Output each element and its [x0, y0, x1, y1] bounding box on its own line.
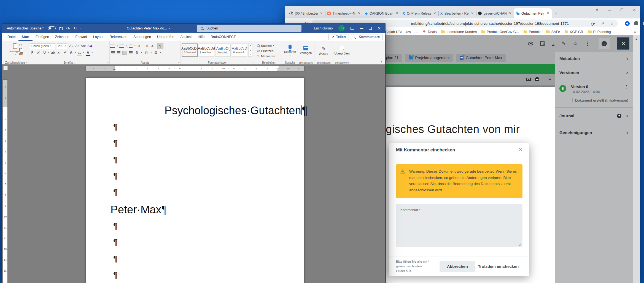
superscript-button[interactable]: x²: [63, 50, 68, 55]
browser-tab-carbon-board[interactable]: ◆ CARBON Board ✕: [363, 8, 401, 18]
close-document-button[interactable]: ✕: [617, 37, 629, 50]
save-icon[interactable]: [59, 27, 63, 30]
change-case-button[interactable]: Aa▾: [81, 43, 86, 49]
align-left-icon[interactable]: [111, 51, 115, 54]
browser-tab-bearbeiten[interactable]: X Bearbeiten - Re ✕: [438, 8, 476, 18]
tab-brainconnect[interactable]: BrainCONNECT: [208, 33, 239, 41]
dictate-button[interactable]: Diktieren ▾: [283, 41, 297, 59]
word-search-box[interactable]: Suchen: [197, 25, 301, 32]
sidebar-section-journal[interactable]: Journal + ∨: [555, 108, 633, 124]
onepassword-icon[interactable]: [625, 21, 630, 26]
find-button[interactable]: Suchen▾: [255, 43, 283, 48]
font-size-select[interactable]: 28▾: [57, 43, 67, 49]
wizard-button[interactable]: ✎ Wizard: [314, 41, 333, 59]
close-button[interactable]: ✕: [378, 26, 381, 31]
bookmark-star-icon[interactable]: ☆: [610, 21, 614, 26]
font-name-select[interactable]: Calibri (Textk▾: [30, 43, 55, 49]
pdf-tools-more-icon[interactable]: »: [548, 77, 551, 82]
oaw-review-button[interactable]: Überprüfen: [333, 41, 351, 59]
cancel-button[interactable]: Abbrechen: [440, 261, 475, 272]
tab-hilfe[interactable]: Hilfe: [195, 33, 208, 41]
sort-icon[interactable]: A↓: [151, 43, 155, 49]
borders-icon[interactable]: ⊞: [153, 50, 158, 55]
line-spacing-icon[interactable]: ⇅: [134, 50, 139, 55]
more-actions-icon[interactable]: ⋮: [585, 41, 590, 47]
bookmark-folder-pi-planning[interactable]: PI Planning: [588, 30, 611, 34]
minimize-button[interactable]: —: [360, 26, 363, 30]
new-tab-button[interactable]: +: [554, 10, 557, 16]
paste-button[interactable]: Einfügen ▾: [2, 41, 28, 56]
bookmark-deals[interactable]: Deals: [423, 30, 436, 34]
underline-button[interactable]: U: [42, 50, 47, 55]
tab-start[interactable]: Start: [18, 33, 32, 41]
horizontal-ruler[interactable]: 21123456789101112131415161718: [86, 66, 304, 71]
password-key-icon[interactable]: [591, 23, 595, 25]
tab-einfuegen[interactable]: Einfügen: [33, 33, 52, 41]
customize-qat-icon[interactable]: ▾: [80, 27, 81, 29]
dialog-launcher-icon[interactable]: ↘: [26, 61, 28, 64]
checkin-anyway-button[interactable]: Trotzdem einchecken: [476, 264, 520, 269]
grow-font-button[interactable]: A▴: [69, 43, 73, 49]
bookmark-collab-ubit[interactable]: Collab UBit - 4tw —...: [385, 30, 418, 34]
tab-ueberpruefen[interactable]: Überprüfen: [154, 33, 177, 41]
document-name-line[interactable]: Peter·Max¶: [111, 203, 167, 216]
ribbon-display-options-icon[interactable]: [351, 27, 354, 30]
text-effects-button[interactable]: A: [69, 50, 74, 55]
outdent-icon[interactable]: ⇤: [138, 43, 142, 49]
resize-handle[interactable]: [519, 243, 521, 246]
cut-icon[interactable]: ✂: [19, 43, 23, 47]
share-icon[interactable]: ↗: [601, 21, 604, 26]
chevron-up-icon[interactable]: ∧: [626, 70, 629, 75]
modal-close-icon[interactable]: ✕: [519, 147, 522, 153]
bookmark-folder-kgp[interactable]: KGP GR: [565, 30, 583, 34]
tab-ansicht[interactable]: Ansicht: [177, 33, 195, 41]
preview-eye-icon[interactable]: [528, 42, 533, 45]
highlight-button[interactable]: ab: [77, 50, 82, 55]
browser-tab-onprem-release[interactable]: X OnPrem Releas ✕: [401, 8, 438, 18]
sidebar-section-versionen[interactable]: Versionen ∧: [555, 65, 633, 80]
styles-scroll[interactable]: ▴▾≡: [248, 43, 252, 57]
select-button[interactable]: ↖Markieren▾: [255, 53, 283, 59]
window-chevron-icon[interactable]: ∨: [596, 8, 599, 12]
tab-layout[interactable]: Layout: [90, 33, 107, 41]
maximize-button[interactable]: [369, 27, 372, 30]
multilevel-list-icon[interactable]: [129, 45, 133, 48]
tab-close-icon[interactable]: ✕: [433, 12, 436, 15]
comments-button[interactable]: Kommentare: [351, 34, 383, 40]
tab-sendungen[interactable]: Sendungen: [130, 33, 154, 41]
format-painter-icon[interactable]: [19, 53, 23, 55]
comment-textarea[interactable]: [396, 204, 522, 247]
copy-icon[interactable]: [19, 48, 22, 51]
indent-icon[interactable]: ⇥: [144, 43, 149, 49]
bookmark-folder-portfolio[interactable]: Portfolio: [524, 30, 541, 34]
bold-button[interactable]: F: [30, 50, 35, 55]
dialog-launcher-icon[interactable]: ↘: [178, 61, 180, 64]
tab-close-icon[interactable]: ✕: [357, 12, 361, 15]
bookmark-folder-safe[interactable]: SAFe: [546, 30, 560, 34]
dialog-launcher-icon[interactable]: ↘: [252, 61, 254, 64]
bookmark-folder-teamraeume[interactable]: teamräume Kunden: [441, 30, 477, 34]
sidebar-section-metadaten[interactable]: Metadaten ∨: [555, 52, 633, 65]
window-maximize-button[interactable]: [621, 9, 623, 11]
shading-icon[interactable]: ◧: [144, 50, 149, 55]
templates-button[interactable]: Vorlagen: [297, 41, 314, 59]
browser-tab-timesheet[interactable]: H Timesheet – 4te ✕: [325, 8, 363, 18]
clear-formatting-button[interactable]: A◆: [87, 43, 92, 49]
align-right-icon[interactable]: [129, 51, 133, 54]
left-indent-marker[interactable]: [113, 67, 115, 70]
browser-tab-github[interactable]: gever-ui/CHAN ✕: [476, 8, 514, 18]
breadcrumb-chip-gutachten[interactable]: W Gutachten Peter Max: [456, 54, 506, 62]
vertical-ruler[interactable]: 21123456789101112131415: [3, 80, 7, 283]
tab-zeichnen[interactable]: Zeichnen: [52, 33, 72, 41]
chevron-down-icon[interactable]: ∨: [626, 114, 629, 118]
sidebar-section-genehmigungen[interactable]: Genehmigungen ∨: [555, 124, 633, 141]
style-ueberschrift-1[interactable]: AaBbC( Überschrif...: [215, 43, 231, 57]
chevron-down-icon[interactable]: ∨: [626, 56, 629, 61]
formatting-marks-toggle[interactable]: ¶: [157, 43, 163, 49]
presentation-mode-icon[interactable]: [526, 78, 531, 81]
tab-close-icon[interactable]: ✕: [320, 12, 323, 15]
browser-tab-gutachten-active[interactable]: Gutachten Pete ✕: [514, 8, 552, 18]
download-icon[interactable]: ↓: [552, 41, 554, 46]
browser-tab-uberzeit[interactable]: [00:49] uberZei ✕: [287, 8, 325, 18]
undo-icon[interactable]: ↺▾: [66, 26, 70, 30]
